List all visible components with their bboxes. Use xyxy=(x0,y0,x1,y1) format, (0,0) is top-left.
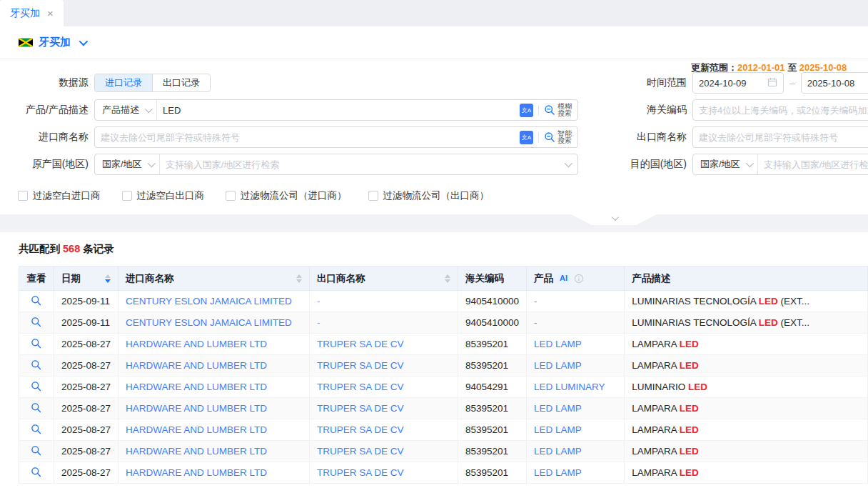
importer-link[interactable]: HARDWARE AND LUMBER LTD xyxy=(126,446,267,457)
chevron-down-icon xyxy=(147,159,155,167)
search-term-highlight: LED xyxy=(680,446,699,457)
origin-type-select[interactable]: 国家/地区 xyxy=(95,154,160,174)
origin-label: 原产国(地区) xyxy=(0,158,94,171)
product-link[interactable]: LED LAMP xyxy=(534,424,582,435)
translate-icon[interactable]: 文A xyxy=(520,131,533,144)
checkbox-icon[interactable] xyxy=(226,191,236,201)
sort-control[interactable] xyxy=(105,274,111,283)
cell-date: 2025-08-27 xyxy=(54,398,118,419)
column-header-product: 产品AI xyxy=(527,267,625,291)
results-table: 查看日期进口商名称出口商名称海关编码产品AI产品描述 2025-09-11CEN… xyxy=(19,266,868,484)
cell-product-description: LUMINARIAS TECNOLOGÍA LED (EXT... xyxy=(625,312,868,334)
column-header-date[interactable]: 日期 xyxy=(54,267,118,291)
importer-link[interactable]: CENTURY ESLON JAMAICA LIMITED xyxy=(126,317,292,328)
product-link[interactable]: LED LAMP xyxy=(534,360,582,371)
origin-input[interactable] xyxy=(160,154,565,174)
product-link[interactable]: LED LUMINARY xyxy=(534,382,605,392)
tab-jamaica[interactable]: 牙买加 × xyxy=(0,0,64,26)
column-header-view: 查看 xyxy=(19,267,54,291)
importer-input[interactable] xyxy=(95,127,520,147)
product-type-select[interactable]: 产品描述 xyxy=(95,100,157,120)
filter-checkbox[interactable]: 过滤空白进口商 xyxy=(18,189,101,202)
filter-checkbox[interactable]: 过滤空白出口商 xyxy=(122,189,205,202)
product-field: 产品描述 文A 模糊搜索 xyxy=(94,99,578,121)
checkbox-label: 过滤物流公司（进口商） xyxy=(241,189,347,202)
hs-code-input[interactable] xyxy=(693,100,868,120)
exporter-link[interactable]: TRUPER SA DE CV xyxy=(317,467,404,478)
cell-product-description: LAMPARA LED xyxy=(625,462,868,484)
destination-type-select[interactable]: 国家/地区 xyxy=(693,154,758,174)
product-link[interactable]: LED LAMP xyxy=(534,339,582,349)
exporter-field[interactable] xyxy=(692,126,868,148)
product-link[interactable]: LED LAMP xyxy=(534,467,582,478)
cell-date: 2025-08-27 xyxy=(54,462,118,484)
destination-label: 目的国(地区) xyxy=(587,158,692,171)
fuzzy-search-button[interactable]: 模糊搜索 xyxy=(544,103,572,117)
origin-field: 国家/地区 xyxy=(94,154,578,175)
product-link[interactable]: LED LAMP xyxy=(534,446,582,457)
exporter-input[interactable] xyxy=(693,127,868,147)
view-record-button[interactable] xyxy=(31,295,41,306)
chevron-down-icon[interactable] xyxy=(79,37,89,46)
destination-field: 国家/地区 xyxy=(692,154,868,175)
importer-link[interactable]: HARDWARE AND LUMBER LTD xyxy=(126,382,267,392)
chevron-down-icon xyxy=(145,105,153,113)
exporter-link[interactable]: TRUPER SA DE CV xyxy=(317,382,404,392)
exporter-link[interactable]: TRUPER SA DE CV xyxy=(317,446,404,457)
importer-link[interactable]: HARDWARE AND LUMBER LTD xyxy=(126,339,267,349)
checkbox-icon[interactable] xyxy=(18,191,28,201)
date-end-input[interactable] xyxy=(802,73,868,93)
view-record-button[interactable] xyxy=(31,402,41,413)
sort-control[interactable] xyxy=(445,274,450,283)
close-icon[interactable]: × xyxy=(47,8,54,19)
view-record-button[interactable] xyxy=(31,359,41,370)
search-term-highlight: LED xyxy=(680,403,699,414)
product-input[interactable] xyxy=(157,100,520,120)
view-record-button[interactable] xyxy=(31,424,41,434)
calendar-icon[interactable] xyxy=(767,77,777,89)
column-label: 海关编码 xyxy=(465,272,504,285)
data-source-option[interactable]: 进口记录 xyxy=(95,74,152,91)
importer-link[interactable]: HARDWARE AND LUMBER LTD xyxy=(126,467,267,478)
product-link[interactable]: LED LAMP xyxy=(534,403,582,414)
chevron-down-icon[interactable] xyxy=(565,159,572,167)
exporter-link[interactable]: TRUPER SA DE CV xyxy=(317,424,404,435)
column-header-importer[interactable]: 进口商名称 xyxy=(118,267,310,291)
column-header-desc: 产品描述 xyxy=(625,267,868,291)
filter-checkbox[interactable]: 过滤物流公司（进口商） xyxy=(226,189,347,202)
tab-bar: 牙买加 × xyxy=(0,0,868,26)
column-header-exporter[interactable]: 出口商名称 xyxy=(310,267,458,291)
date-end-field[interactable] xyxy=(801,72,868,94)
importer-link[interactable]: CENTURY ESLON JAMAICA LIMITED xyxy=(126,296,292,307)
sort-control[interactable] xyxy=(296,274,302,283)
importer-link[interactable]: HARDWARE AND LUMBER LTD xyxy=(126,424,267,435)
exporter-link[interactable]: TRUPER SA DE CV xyxy=(317,360,404,371)
exporter-link[interactable]: TRUPER SA DE CV xyxy=(317,403,404,414)
update-range-from: 2012-01-01 xyxy=(737,62,785,73)
date-start-field[interactable] xyxy=(692,72,784,94)
view-record-button[interactable] xyxy=(31,338,41,349)
view-record-button[interactable] xyxy=(31,381,41,392)
filter-checkbox[interactable]: 过滤物流公司（出口商） xyxy=(368,189,490,202)
checkbox-icon[interactable] xyxy=(122,191,132,201)
cell-hs-code: 94054291 xyxy=(458,377,526,398)
cell-product-description: LAMPARA LED xyxy=(625,398,868,419)
importer-link[interactable]: HARDWARE AND LUMBER LTD xyxy=(126,403,267,414)
view-record-button[interactable] xyxy=(31,445,41,456)
view-record-button[interactable] xyxy=(31,317,41,327)
importer-link[interactable]: HARDWARE AND LUMBER LTD xyxy=(126,360,267,371)
info-icon[interactable] xyxy=(574,274,584,284)
exporter-link[interactable]: TRUPER SA DE CV xyxy=(317,339,404,349)
hs-code-field[interactable] xyxy=(692,99,868,121)
checkbox-icon[interactable] xyxy=(368,191,378,201)
date-start-input[interactable] xyxy=(693,73,767,93)
view-record-button[interactable] xyxy=(31,467,41,477)
collapse-panel-button[interactable] xyxy=(571,214,657,225)
destination-input[interactable] xyxy=(758,154,868,174)
cell-product-description: LAMPARA LED xyxy=(625,419,868,441)
cell-hs-code: 9405410000 xyxy=(458,312,526,334)
column-header-hs: 海关编码 xyxy=(458,267,526,291)
data-source-option[interactable]: 出口记录 xyxy=(152,74,210,91)
translate-icon[interactable]: 文A xyxy=(520,104,533,117)
smart-search-button[interactable]: 智能搜索 xyxy=(544,130,572,144)
